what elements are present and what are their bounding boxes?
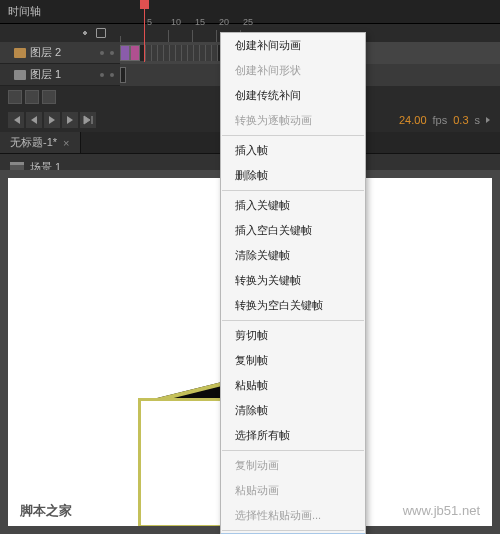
ctx-create-shape-tween: 创建补间形状 [221,58,365,83]
keyframe[interactable] [120,67,126,83]
time-unit: s [475,114,481,126]
document-tab[interactable]: 无标题-1* × [0,132,81,153]
ctx-select-all-frames[interactable]: 选择所有帧 [221,423,365,448]
play-button[interactable] [44,112,60,128]
fps-value: 24.00 [399,114,427,126]
goto-last-button[interactable] [80,112,96,128]
ctx-create-motion-tween[interactable]: 创建补间动画 [221,33,365,58]
playhead[interactable] [144,0,145,62]
close-icon[interactable]: × [63,137,69,149]
new-folder-button[interactable] [25,90,39,104]
ctx-convert-blank-keyframe[interactable]: 转换为空白关键帧 [221,293,365,318]
separator [222,190,364,191]
ctx-copy-motion: 复制动画 [221,453,365,478]
goto-first-button[interactable] [8,112,24,128]
ruler-tick: 15 [195,17,205,27]
ctx-cut-frames[interactable]: 剪切帧 [221,323,365,348]
layer-label: 图层 1 [30,67,61,82]
ctx-insert-blank-keyframe[interactable]: 插入空白关键帧 [221,218,365,243]
time-value: 0.3 [453,114,468,126]
ctx-convert-frame-by-frame: 转换为逐帧动画 [221,108,365,133]
keyframe[interactable] [120,45,130,61]
frame-span[interactable] [140,45,224,61]
lock-icon[interactable] [96,28,106,38]
tab-label: 无标题-1* [10,135,57,150]
ctx-insert-keyframe[interactable]: 插入关键帧 [221,193,365,218]
separator [222,450,364,451]
ctx-remove-frame[interactable]: 删除帧 [221,163,365,188]
ctx-insert-frame[interactable]: 插入帧 [221,138,365,163]
ruler-tick: 10 [171,17,181,27]
ruler-tick: 5 [147,17,152,27]
expand-icon[interactable] [486,117,490,123]
ctx-clear-frames[interactable]: 清除帧 [221,398,365,423]
new-layer-button[interactable] [8,90,22,104]
ctx-clear-keyframe[interactable]: 清除关键帧 [221,243,365,268]
delete-layer-button[interactable] [42,90,56,104]
layer-icon [14,70,26,80]
watermark: www.jb51.net [403,503,480,518]
ctx-paste-motion: 粘贴动画 [221,478,365,503]
ctx-convert-keyframe[interactable]: 转换为关键帧 [221,268,365,293]
layer-label: 图层 2 [30,45,61,60]
keyframe[interactable] [130,45,140,61]
ctx-create-classic-tween[interactable]: 创建传统补间 [221,83,365,108]
ctx-paste-motion-special: 选择性粘贴动画... [221,503,365,528]
ruler-tick: 25 [243,17,253,27]
context-menu: 创建补间动画 创建补间形状 创建传统补间 转换为逐帧动画 插入帧 删除帧 插入关… [220,32,366,534]
site-logo: 脚本之家 [20,502,72,520]
fps-unit: fps [433,114,448,126]
ctx-copy-frames[interactable]: 复制帧 [221,348,365,373]
visibility-icon[interactable] [80,28,90,38]
separator [222,320,364,321]
layer-icon [14,48,26,58]
separator [222,135,364,136]
step-fwd-button[interactable] [62,112,78,128]
step-back-button[interactable] [26,112,42,128]
ruler-tick: 20 [219,17,229,27]
ctx-paste-frames[interactable]: 粘贴帧 [221,373,365,398]
separator [222,530,364,531]
